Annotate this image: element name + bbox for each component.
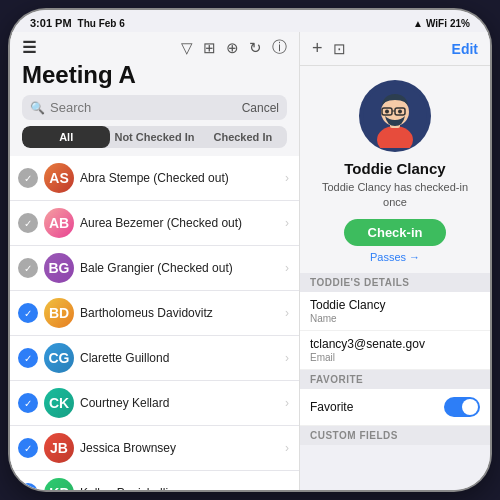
detail-email-label: Email — [310, 352, 480, 363]
account-icon[interactable]: ⊕ — [226, 39, 239, 57]
person-name: Abra Stempe (Checked out) — [80, 171, 279, 185]
avatar: AS — [44, 163, 74, 193]
search-input[interactable] — [50, 100, 237, 115]
favorite-label: Favorite — [310, 400, 353, 414]
list-item[interactable]: ✓ KP Kellen Panichelli › — [10, 471, 299, 490]
refresh-icon[interactable]: ↻ — [249, 39, 262, 57]
list-item[interactable]: ✓ CK Courtney Kellard › — [10, 381, 299, 426]
chevron-right-icon: › — [285, 261, 289, 275]
check-circle: ✓ — [18, 393, 38, 413]
profile-subtitle: Toddie Clancy has checked-in once — [310, 180, 480, 211]
right-header-icons: + ⊡ — [312, 38, 346, 59]
favorite-section-header: FAVORITE — [300, 370, 490, 389]
cancel-search-button[interactable]: Cancel — [242, 101, 279, 115]
check-circle: ✓ — [18, 213, 38, 233]
status-bar: 3:01 PM Thu Feb 6 ▲ WiFi 21% — [10, 10, 490, 32]
svg-point-8 — [398, 110, 402, 114]
info-icon[interactable]: ⓘ — [272, 38, 287, 57]
check-circle: ✓ — [18, 168, 38, 188]
status-date: Thu Feb 6 — [78, 18, 125, 29]
detail-name-label: Name — [310, 313, 480, 324]
wifi-icon: WiFi — [426, 18, 447, 29]
passes-link[interactable]: Passes → — [370, 251, 420, 263]
person-name: Jessica Brownsey — [80, 441, 279, 455]
avatar: JB — [44, 433, 74, 463]
custom-fields-header: CUSTOM FIELDS — [300, 426, 490, 445]
avatar: BD — [44, 298, 74, 328]
list-item[interactable]: ✓ CG Clarette Guillond › — [10, 336, 299, 381]
person-illustration — [363, 84, 427, 148]
device-frame: 3:01 PM Thu Feb 6 ▲ WiFi 21% ☰ ▽ ⊞ ⊕ ↻ — [10, 10, 490, 490]
avatar: BG — [44, 253, 74, 283]
qr-icon[interactable]: ⊡ — [333, 40, 346, 58]
favorite-toggle[interactable] — [444, 397, 480, 417]
search-icon: 🔍 — [30, 101, 45, 115]
page-title: Meeting A — [22, 61, 287, 89]
tab-not-checked-in[interactable]: Not Checked In — [110, 126, 198, 148]
check-circle: ✓ — [18, 348, 38, 368]
favorite-toggle-row: Favorite — [300, 389, 490, 426]
avatar: CG — [44, 343, 74, 373]
list-item[interactable]: ✓ AS Abra Stempe (Checked out) › — [10, 156, 299, 201]
tab-checked-in[interactable]: Checked In — [199, 126, 287, 148]
person-name: Clarette Guillond — [80, 351, 279, 365]
chevron-right-icon: › — [285, 171, 289, 185]
status-time: 3:01 PM — [30, 17, 72, 29]
profile-name: Toddie Clancy — [344, 160, 445, 177]
detail-email-value: tclancy3@senate.gov — [310, 337, 480, 351]
check-circle: ✓ — [18, 483, 38, 490]
avatar: AB — [44, 208, 74, 238]
chevron-right-icon: › — [285, 486, 289, 490]
grid-icon[interactable]: ⊞ — [203, 39, 216, 57]
battery-icon: 21% — [450, 18, 470, 29]
check-circle: ✓ — [18, 303, 38, 323]
status-icons: ▲ WiFi 21% — [413, 18, 470, 29]
profile-section: Toddie Clancy Toddie Clancy has checked-… — [300, 66, 490, 273]
signal-icon: ▲ — [413, 18, 423, 29]
filter-icon[interactable]: ▽ — [181, 39, 193, 57]
list-item[interactable]: ✓ BD Bartholomeus Davidovitz › — [10, 291, 299, 336]
svg-point-7 — [385, 110, 389, 114]
tab-row: All Not Checked In Checked In — [22, 126, 287, 148]
toolbar-icons: ▽ ⊞ ⊕ ↻ ⓘ — [181, 38, 287, 57]
person-name: Bartholomeus Davidovitz — [80, 306, 279, 320]
chevron-right-icon: › — [285, 396, 289, 410]
toolbar-row: ☰ ▽ ⊞ ⊕ ↻ ⓘ — [22, 38, 287, 57]
detail-name-value: Toddie Clancy — [310, 298, 480, 312]
chevron-right-icon: › — [285, 351, 289, 365]
people-list: ✓ AS Abra Stempe (Checked out) › ✓ AB Au… — [10, 156, 299, 490]
avatar: CK — [44, 388, 74, 418]
check-circle: ✓ — [18, 438, 38, 458]
person-name: Courtney Kellard — [80, 396, 279, 410]
left-header: ☰ ▽ ⊞ ⊕ ↻ ⓘ Meeting A 🔍 Cancel — [10, 32, 299, 156]
check-circle: ✓ — [18, 258, 38, 278]
detail-row-name: Toddie Clancy Name — [300, 292, 490, 331]
avatar: KP — [44, 478, 74, 490]
right-panel: + ⊡ Edit — [300, 32, 490, 490]
edit-button[interactable]: Edit — [452, 41, 478, 57]
app-container: ☰ ▽ ⊞ ⊕ ↻ ⓘ Meeting A 🔍 Cancel — [10, 32, 490, 490]
left-panel: ☰ ▽ ⊞ ⊕ ↻ ⓘ Meeting A 🔍 Cancel — [10, 32, 300, 490]
right-panel-header: + ⊡ Edit — [300, 32, 490, 66]
chevron-right-icon: › — [285, 441, 289, 455]
tab-all[interactable]: All — [22, 126, 110, 148]
chevron-right-icon: › — [285, 216, 289, 230]
list-item[interactable]: ✓ JB Jessica Brownsey › — [10, 426, 299, 471]
detail-row-email: tclancy3@senate.gov Email — [300, 331, 490, 370]
add-icon[interactable]: + — [312, 38, 323, 59]
person-name: Kellen Panichelli — [80, 486, 279, 490]
search-bar: 🔍 Cancel — [22, 95, 287, 120]
profile-avatar — [359, 80, 431, 152]
list-item[interactable]: ✓ BG Bale Grangier (Checked out) › — [10, 246, 299, 291]
menu-icon[interactable]: ☰ — [22, 38, 36, 57]
chevron-right-icon: › — [285, 306, 289, 320]
person-name: Bale Grangier (Checked out) — [80, 261, 279, 275]
toddie-details-header: TODDIE'S DETAILS — [300, 273, 490, 292]
person-name: Aurea Bezemer (Checked out) — [80, 216, 279, 230]
list-item[interactable]: ✓ AB Aurea Bezemer (Checked out) › — [10, 201, 299, 246]
checkin-button[interactable]: Check-in — [344, 219, 447, 246]
